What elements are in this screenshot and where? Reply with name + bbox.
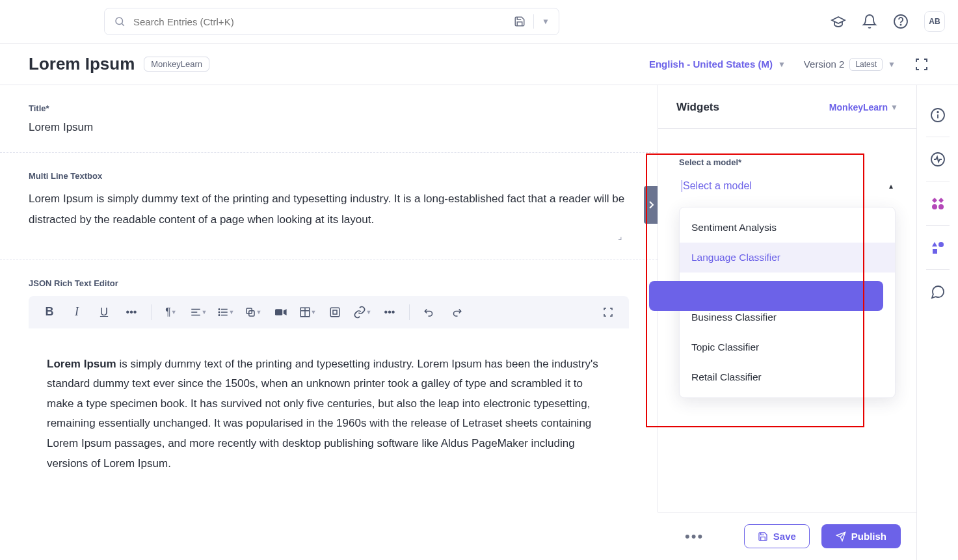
svg-marker-27 (938, 198, 944, 203)
svg-point-12 (219, 314, 220, 315)
search-input[interactable] (133, 16, 506, 27)
table-button[interactable]: ▼ (296, 302, 319, 322)
rte-field-block: JSON Rich Text Editor B I U ••• ¶▼ ▼ ▼ ▼ (0, 260, 658, 511)
multiline-input[interactable]: Lorem Ipsum is simply dummy text of the … (29, 189, 629, 231)
embed-button[interactable] (323, 302, 347, 322)
svg-point-3 (900, 24, 901, 25)
model-select-card: Select a model* Select a model ▴ Sentime… (669, 148, 906, 398)
collapse-sidebar-tab[interactable] (644, 186, 658, 224)
model-select-input[interactable]: Select a model ▴ (679, 176, 896, 204)
analyze-button-bg[interactable] (649, 281, 883, 311)
undo-button[interactable] (418, 302, 441, 322)
chevron-down-icon: ▼ (778, 60, 786, 69)
chevron-down-icon: ▼ (888, 60, 896, 69)
align-button[interactable]: ▼ (187, 302, 210, 322)
more-tools-icon[interactable]: ••• (378, 302, 401, 322)
titlebar: Lorem Ipsum MonkeyLearn English - United… (0, 44, 958, 85)
svg-point-29 (938, 204, 944, 209)
svg-rect-20 (330, 308, 339, 317)
svg-rect-21 (333, 310, 337, 314)
info-icon[interactable] (924, 97, 952, 133)
italic-button[interactable]: I (65, 302, 88, 322)
multiline-field-block: Multi Line Textbox Lorem Ipsum is simply… (0, 153, 658, 260)
fullscreen-icon[interactable] (914, 57, 929, 72)
rte-toolbar: B I U ••• ¶▼ ▼ ▼ ▼ ▼ (29, 296, 629, 328)
avatar[interactable]: AB (924, 11, 945, 32)
publish-button[interactable]: Publish (821, 524, 901, 548)
publish-label: Publish (851, 531, 886, 542)
widgets-panel: Widgets MonkeyLearn ▼ Select a model* Se… (658, 85, 916, 560)
widgets-title: Widgets (676, 101, 719, 114)
model-option[interactable]: Topic Classifier (680, 332, 895, 362)
resize-handle-icon[interactable]: ⌟ (29, 231, 629, 241)
notifications-icon[interactable] (862, 14, 877, 29)
svg-point-28 (932, 204, 937, 209)
svg-point-11 (219, 312, 220, 313)
search-dropdown-icon[interactable]: ▼ (542, 17, 550, 26)
svg-marker-26 (932, 198, 937, 203)
chevron-up-icon: ▴ (889, 181, 893, 191)
search-bar[interactable]: ▼ (104, 8, 559, 35)
locale-selector[interactable]: English - United States (M) ▼ (649, 59, 786, 70)
editor-pane: Title* Multi Line Textbox Lorem Ipsum is… (0, 85, 658, 560)
svg-point-0 (116, 18, 123, 25)
copy-button[interactable]: ▼ (241, 302, 265, 322)
video-button[interactable] (269, 302, 292, 322)
bold-button[interactable]: B (38, 302, 61, 322)
list-button[interactable]: ▼ (214, 302, 237, 322)
paragraph-button[interactable]: ¶▼ (159, 302, 183, 322)
content-type-tag: MonkeyLearn (144, 57, 209, 72)
model-option[interactable]: Sentiment Analysis (680, 213, 895, 243)
underline-button[interactable]: U (92, 302, 116, 322)
version-label: Version 2 (804, 59, 845, 70)
title-label: Title* (29, 103, 629, 113)
multiline-label: Multi Line Textbox (29, 171, 629, 181)
more-formatting-icon[interactable]: ••• (120, 302, 143, 322)
learn-icon[interactable] (831, 14, 846, 29)
model-label: Select a model* (679, 157, 896, 167)
activity-icon[interactable] (924, 141, 952, 177)
svg-marker-16 (284, 309, 287, 315)
widget-selector-label: MonkeyLearn (829, 102, 888, 113)
version-selector[interactable]: Version 2 Latest ▼ (804, 58, 896, 71)
search-icon (114, 16, 126, 27)
svg-point-24 (937, 111, 938, 113)
more-actions-icon[interactable]: ••• (685, 528, 704, 545)
page-title: Lorem Ipsum (29, 54, 135, 74)
chevron-down-icon: ▼ (890, 103, 898, 112)
widget-selector[interactable]: MonkeyLearn ▼ (829, 102, 898, 113)
rte-fullscreen-icon[interactable] (596, 302, 620, 322)
locale-label: English - United States (M) (649, 59, 773, 70)
widgets-tab-icon[interactable] (924, 185, 952, 221)
model-option[interactable]: Retail Classifier (680, 362, 895, 392)
link-button[interactable]: ▼ (351, 302, 374, 322)
svg-line-1 (122, 23, 124, 25)
svg-rect-15 (275, 309, 282, 315)
rte-label: JSON Rich Text Editor (29, 278, 629, 288)
rte-bold-text: Lorem Ipsum (47, 358, 116, 370)
rte-content[interactable]: Lorem Ipsum is simply dummy text of the … (29, 328, 629, 492)
save-label: Save (773, 531, 796, 542)
title-field-block: Title* (0, 85, 658, 153)
shapes-icon[interactable] (924, 230, 952, 265)
title-input[interactable] (29, 121, 629, 134)
help-icon[interactable] (893, 14, 909, 29)
panel-footer: ••• Save Publish (658, 512, 916, 560)
rte-body-text: is simply dummy text of the printing and… (47, 358, 598, 470)
svg-point-10 (219, 308, 220, 310)
svg-point-31 (938, 242, 944, 247)
topbar: ▼ AB (0, 0, 958, 44)
right-rail (916, 85, 958, 560)
comments-icon[interactable] (924, 274, 952, 310)
save-button[interactable]: Save (744, 524, 810, 548)
model-option[interactable]: Language Classifier (680, 243, 895, 273)
save-draft-icon[interactable] (514, 16, 526, 27)
version-tag: Latest (849, 58, 883, 71)
redo-button[interactable] (445, 302, 468, 322)
svg-marker-30 (932, 242, 937, 247)
model-placeholder: Select a model (682, 180, 752, 192)
svg-rect-32 (933, 249, 937, 254)
